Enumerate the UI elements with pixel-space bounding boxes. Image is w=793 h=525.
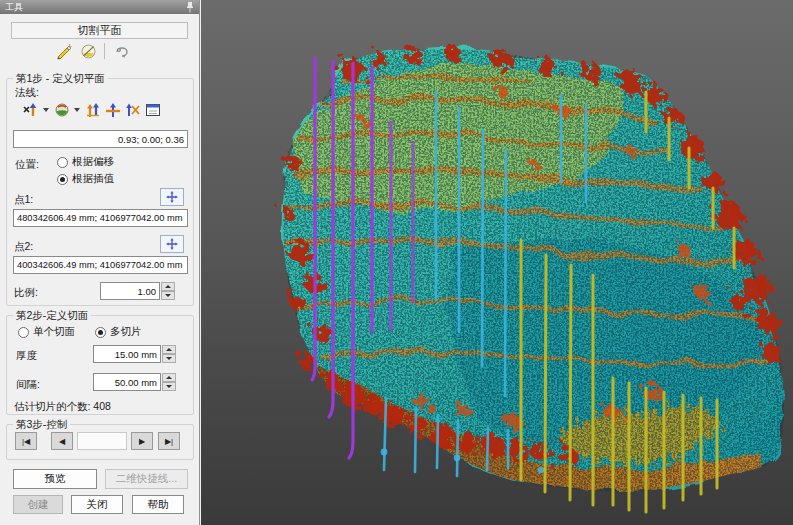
vertical-normal-icon[interactable]	[104, 102, 121, 119]
point-cloud-scene	[201, 0, 793, 525]
normal-value-field[interactable]	[13, 130, 188, 148]
radio-by-offset-label: 根据偏移	[72, 155, 114, 169]
scale-label: 比例:	[14, 286, 38, 300]
toolbar-separator	[104, 43, 105, 59]
spacing-field[interactable]	[93, 373, 161, 391]
thickness-spinbox	[93, 345, 176, 363]
radio-by-value-dot	[57, 174, 68, 185]
application-window: 工具 切割平面	[0, 0, 793, 525]
first-slice-button[interactable]: |◀	[15, 432, 37, 450]
help-button[interactable]: 帮助	[132, 495, 184, 514]
spacing-label: 间隔:	[16, 378, 40, 392]
prev-slice-button[interactable]: ◀	[51, 432, 73, 450]
scale-field[interactable]	[100, 282, 160, 300]
point1-value-field[interactable]	[13, 209, 188, 227]
invert-normal-icon[interactable]	[84, 102, 101, 119]
pick-axis-dropdown-icon[interactable]	[43, 108, 49, 112]
position-label: 位置:	[15, 158, 39, 172]
tool-header-label: 切割平面	[78, 24, 122, 36]
radio-by-offset[interactable]: 根据偏移	[57, 155, 114, 169]
view-direction-icon[interactable]	[53, 102, 70, 119]
radio-multi-slice[interactable]: 多切片	[95, 325, 142, 339]
radio-single-section[interactable]: 单个切面	[18, 325, 75, 339]
thickness-label: 厚度	[16, 349, 37, 363]
spacing-spinbox	[93, 373, 176, 391]
radio-multi-dot	[95, 327, 106, 338]
point2-value-field[interactable]	[13, 256, 188, 274]
scale-down-icon[interactable]	[161, 291, 175, 300]
panel-title: 工具	[5, 0, 23, 14]
radio-single-label: 单个切面	[33, 325, 75, 339]
tool-header: 切割平面	[11, 22, 188, 39]
create-button[interactable]: 创建	[13, 495, 63, 514]
spacing-down-icon[interactable]	[162, 382, 176, 391]
view-direction-dropdown-icon[interactable]	[74, 108, 80, 112]
tools-panel: 工具 切割平面	[0, 0, 200, 525]
slice-count-estimate: 估计切片的个数: 408	[14, 400, 111, 414]
point1-label: 点1:	[14, 193, 33, 207]
normal-dialog-icon[interactable]	[144, 102, 161, 119]
spacing-up-icon[interactable]	[162, 373, 176, 382]
thickness-field[interactable]	[93, 345, 161, 363]
normal-label: 法线:	[15, 86, 39, 100]
thickness-up-icon[interactable]	[162, 345, 176, 354]
point2-pick-button[interactable]	[160, 235, 184, 253]
preview-button[interactable]: 预览	[13, 469, 97, 489]
normal-icon-row	[22, 100, 161, 120]
point-speckle-texture	[261, 40, 793, 510]
radio-by-value[interactable]: 根据插值	[57, 172, 114, 186]
next-slice-button[interactable]: ▶	[131, 432, 153, 450]
rotate-hand-icon[interactable]	[111, 41, 131, 61]
point1-pick-button[interactable]	[160, 188, 184, 206]
shortcut-2d-button[interactable]: 二维快捷线...	[105, 469, 188, 489]
point2-label: 点2:	[14, 240, 33, 254]
close-button[interactable]: 关闭	[71, 495, 123, 514]
plane-sphere-icon[interactable]	[78, 41, 98, 61]
step3-legend: 第3步-控制	[13, 418, 70, 432]
scale-up-icon[interactable]	[161, 282, 175, 291]
pick-axis-icon[interactable]	[22, 102, 39, 119]
thickness-down-icon[interactable]	[162, 354, 176, 363]
radio-by-value-label: 根据插值	[72, 172, 114, 186]
step2-legend: 第2步-定义切面	[13, 309, 91, 323]
draw-plane-icon[interactable]	[54, 41, 74, 61]
radio-multi-label: 多切片	[110, 325, 142, 339]
align-normal-icon[interactable]	[124, 102, 141, 119]
panel-toolbar	[54, 40, 131, 62]
slice-index-field[interactable]	[77, 432, 127, 450]
pin-icon[interactable]	[185, 1, 195, 13]
panel-titlebar[interactable]: 工具	[0, 0, 199, 14]
radio-by-offset-dot	[57, 157, 68, 168]
step1-legend: 第1步 - 定义切平面	[13, 72, 108, 86]
last-slice-button[interactable]: ▶|	[158, 432, 180, 450]
viewport-3d[interactable]	[201, 0, 793, 525]
point-cloud-body	[261, 40, 793, 510]
radio-single-dot	[18, 327, 29, 338]
scale-spinbox	[100, 282, 175, 300]
